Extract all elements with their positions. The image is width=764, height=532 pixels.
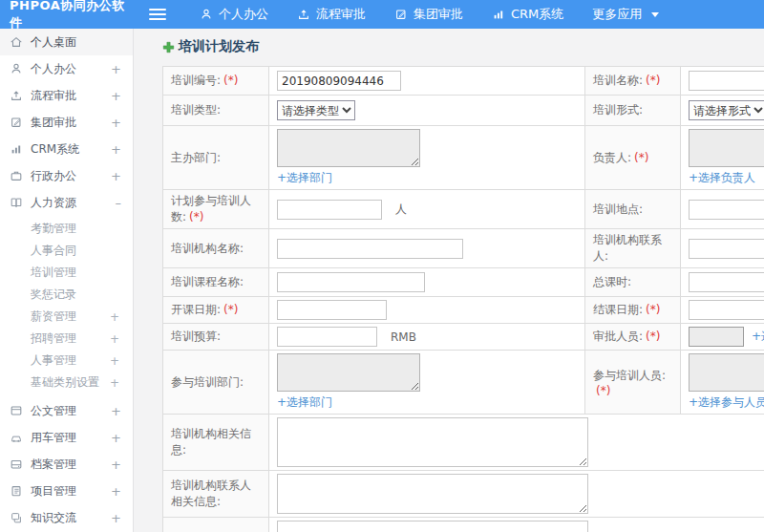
sidebar-subitem-salary-mgmt[interactable]: 薪资管理 +: [0, 306, 133, 328]
requirements-textarea[interactable]: [277, 521, 588, 532]
nav-crm-system[interactable]: CRM系统: [478, 0, 578, 29]
sidebar-item-group-approval[interactable]: 集团审批 +: [0, 109, 133, 136]
sidebar-subitem-attendance[interactable]: 考勤管理: [0, 218, 133, 240]
user-icon: [10, 62, 23, 75]
hr-submenu: 考勤管理 人事合同 培训管理 奖惩记录 薪资管理 + 招聘管理 + 人事管理 +…: [0, 216, 133, 397]
upload-icon: [10, 89, 23, 102]
total-hours-input[interactable]: [689, 272, 764, 292]
field-label: 培训机构名称:: [171, 242, 244, 255]
required-mark: (*): [189, 210, 203, 223]
start-date-input[interactable]: [277, 300, 387, 320]
expand-icon[interactable]: +: [110, 311, 119, 323]
host-dept-textarea[interactable]: [277, 129, 420, 167]
planned-count-input[interactable]: [277, 200, 382, 220]
collapse-icon[interactable]: –: [116, 197, 122, 209]
expand-icon[interactable]: +: [111, 485, 121, 498]
select-dept-link[interactable]: +选择部门: [277, 394, 332, 411]
sidebar-item-knowledge-exchange[interactable]: 知识交流 +: [0, 504, 133, 531]
sidebar-subitem-base-category[interactable]: 基础类别设置 +: [0, 372, 133, 394]
sidebar-subitem-hr-contract[interactable]: 人事合同: [0, 240, 133, 262]
sidebar-item-personal-office[interactable]: 个人办公 +: [0, 55, 133, 82]
required-mark: (*): [646, 74, 660, 87]
nav-label: 个人办公: [219, 6, 268, 23]
participants-textarea[interactable]: [689, 353, 764, 392]
expand-icon[interactable]: +: [111, 63, 121, 75]
expand-icon[interactable]: +: [111, 143, 121, 156]
sidebar-item-archive-mgmt[interactable]: 档案管理 +: [0, 451, 133, 478]
hamburger-menu-icon[interactable]: [149, 6, 166, 23]
expand-icon[interactable]: +: [110, 333, 119, 345]
sidebar-item-vehicle-mgmt[interactable]: 用车管理 +: [0, 424, 133, 451]
top-nav: 个人办公 流程审批 集团审批 CRM系统 更多应用: [185, 0, 673, 29]
expand-icon[interactable]: +: [111, 512, 121, 524]
expand-icon[interactable]: +: [111, 117, 121, 129]
journal-icon: [10, 484, 23, 498]
sidebar-item-admin-office[interactable]: 行政办公 +: [0, 162, 133, 189]
sidebar-item-project-mgmt[interactable]: 项目管理 +: [0, 478, 133, 504]
expand-icon[interactable]: +: [111, 432, 121, 444]
form-row: 培训要求:: [163, 518, 764, 532]
top-header: PHPOA协同办公软件 个人办公 流程审批 集团审批 CRM系统 更多应用: [0, 0, 764, 29]
sidebar-subitem-training-mgmt[interactable]: 培训管理: [0, 262, 133, 284]
sidebar-item-workflow-approval[interactable]: 流程审批 +: [0, 82, 133, 109]
nav-more-apps[interactable]: 更多应用: [578, 0, 673, 29]
expand-icon[interactable]: +: [111, 458, 121, 471]
nav-group-approval[interactable]: 集团审批: [380, 0, 478, 29]
sidebar-item-human-resources[interactable]: 人力资源 –: [0, 189, 133, 216]
training-no-input[interactable]: [277, 71, 401, 91]
course-name-input[interactable]: [277, 272, 425, 292]
expand-icon[interactable]: +: [111, 405, 121, 417]
field-label: 培训形式:: [593, 103, 643, 117]
location-input[interactable]: [689, 200, 764, 220]
end-date-input[interactable]: [689, 300, 764, 320]
form-row: 主办部门: +选择部门 负责人:(*) +选择负责人: [163, 126, 764, 190]
user-icon: [200, 8, 213, 21]
training-form-select[interactable]: 请选择形式: [689, 100, 764, 120]
required-mark: (*): [646, 303, 660, 316]
sidebar-subitem-recruit-mgmt[interactable]: 招聘管理 +: [0, 328, 133, 350]
approver-input[interactable]: [689, 327, 744, 347]
expand-icon[interactable]: +: [111, 170, 121, 182]
training-plan-form: 培训编号:(*) 培训名称:(*) 培训类型: 请选择类型 培训形式: 请选择形…: [162, 66, 764, 532]
expand-icon[interactable]: +: [110, 377, 119, 389]
nav-workflow-approval[interactable]: 流程审批: [283, 0, 380, 29]
form-row: 培训类型: 请选择类型 培训形式: 请选择形式: [163, 96, 764, 126]
field-label: 培训编号:: [171, 74, 221, 87]
required-mark: (*): [223, 303, 238, 316]
field-label: 培训地点:: [593, 202, 643, 216]
select-participants-link[interactable]: +选择参与人员: [689, 394, 764, 411]
field-label: 计划参与培训人数:: [171, 194, 251, 223]
sidebar-item-personal-desktop[interactable]: 个人桌面: [0, 29, 133, 55]
expand-icon[interactable]: +: [110, 355, 119, 367]
field-label: 培训机构联系人:: [593, 233, 662, 263]
org-contact-input[interactable]: [689, 239, 764, 259]
budget-input[interactable]: [277, 327, 377, 347]
select-dept-link[interactable]: +选择部门: [277, 170, 332, 186]
form-row: 计划参与培训人数:(*) 人 培训地点:: [163, 190, 764, 229]
org-name-input[interactable]: [277, 239, 463, 259]
nav-personal-office[interactable]: 个人办公: [185, 0, 283, 29]
sidebar-subitem-personnel-mgmt[interactable]: 人事管理 +: [0, 350, 133, 372]
select-approver-link[interactable]: +选择审批人员: [752, 329, 764, 345]
sidebar-item-document-mgmt[interactable]: 公文管理 +: [0, 397, 133, 424]
org-info-textarea[interactable]: [277, 417, 588, 467]
field-label: 总课时:: [593, 275, 631, 288]
currency-suffix: RMB: [391, 330, 416, 344]
plus-icon: [162, 41, 175, 53]
main-content: 培训计划发布 培训编号:(*) 培训名称:(*) 培训类型: 请选择类型 培训形…: [135, 29, 764, 532]
training-type-select[interactable]: 请选择类型: [277, 100, 355, 120]
field-label: 培训名称:: [593, 74, 643, 87]
participating-dept-textarea[interactable]: [277, 353, 420, 392]
form-row: 培训编号:(*) 培训名称:(*): [163, 67, 764, 96]
expand-icon[interactable]: +: [111, 90, 121, 102]
required-mark: (*): [634, 151, 648, 164]
leader-textarea[interactable]: [689, 129, 764, 167]
training-name-input[interactable]: [689, 71, 764, 91]
sidebar-subitem-reward-punish[interactable]: 奖惩记录: [0, 284, 133, 306]
upload-icon: [297, 8, 310, 21]
select-leader-link[interactable]: +选择负责人: [689, 170, 755, 186]
org-contact-info-textarea[interactable]: [277, 474, 588, 514]
archive-icon: [10, 458, 23, 471]
sidebar-item-crm-system[interactable]: CRM系统 +: [0, 136, 133, 162]
briefcase-icon: [10, 169, 23, 182]
